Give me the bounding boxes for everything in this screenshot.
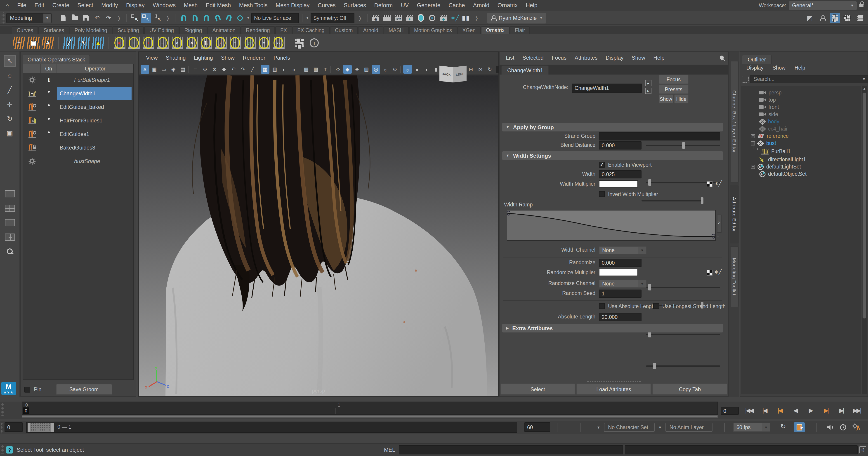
enable-toggle[interactable] <box>41 104 57 110</box>
chevron-down-icon[interactable]: ▼ <box>658 425 662 430</box>
pan-zoom-icon[interactable]: ↶ <box>229 65 238 74</box>
menubar-item[interactable]: Windows <box>149 2 180 8</box>
tab-attribute-editor[interactable]: Attribute Editor <box>730 185 739 243</box>
render-view-button[interactable]: ◉ <box>371 13 381 23</box>
time-slider[interactable]: 0 1 0 <box>22 401 718 415</box>
menubar-item[interactable]: Generate <box>413 2 444 8</box>
step-forward-key-button[interactable]: ▶| <box>818 404 834 416</box>
outliner-item-top[interactable]: top <box>741 96 861 103</box>
attribute-editor-menu-item[interactable]: Display <box>602 54 627 62</box>
home-icon[interactable]: ⌂ <box>3 2 12 9</box>
playblast-icon[interactable] <box>794 422 805 432</box>
shelf-tab[interactable]: Flair <box>510 26 530 34</box>
info-shelf-icon[interactable]: i <box>308 36 320 49</box>
range-slider-grip[interactable] <box>1 423 4 434</box>
outliner-item-default-object-set[interactable]: defaultObjectSet <box>741 170 861 177</box>
lock-camera-icon[interactable]: ⊙ <box>201 65 209 74</box>
shelf-tab[interactable]: Animation <box>207 26 240 34</box>
strand-group-field[interactable] <box>599 132 720 140</box>
sep[interactable] <box>188 66 190 73</box>
randomize-slider[interactable] <box>646 283 720 291</box>
wireframe-icon[interactable]: ◇ <box>334 65 342 74</box>
length-op-shelf-icon[interactable]: ⇅ <box>200 36 213 49</box>
bookmark-icon[interactable]: ◆ <box>220 65 228 74</box>
mel-command-input[interactable] <box>399 445 623 454</box>
paint-select-tool[interactable]: ╱ <box>4 84 16 96</box>
image-plane-icon[interactable]: ▨ <box>311 65 320 74</box>
current-frame-indicator[interactable]: 0 <box>23 408 29 414</box>
invert-width-multiplier-checkbox[interactable] <box>599 191 605 197</box>
tab-modeling-toolkit[interactable]: Modeling Toolkit <box>730 246 739 307</box>
delete-op-shelf-icon[interactable]: × <box>185 36 198 49</box>
tool-settings-toggle-icon[interactable] <box>843 13 852 23</box>
input-connection-icon[interactable]: ▸ <box>645 80 651 86</box>
width-channel-dropdown[interactable]: None▼ <box>599 246 647 254</box>
redo-button[interactable]: ↷ <box>103 13 114 23</box>
outliner-scrollbar[interactable]: ▲ <box>862 86 867 394</box>
scrollbar-thumb[interactable] <box>863 93 866 319</box>
help-icon[interactable]: ? <box>6 446 13 453</box>
width-ramp-graph[interactable] <box>507 210 716 241</box>
menubar-item[interactable]: Modify <box>97 2 122 8</box>
isolate-select-icon[interactable]: ▩ <box>302 65 311 74</box>
enable-toggle[interactable] <box>41 131 57 137</box>
default-lighting-icon[interactable]: ☼ <box>381 65 390 74</box>
rotate-tool[interactable]: ↻ <box>4 113 16 125</box>
shelf-tab[interactable]: Surfaces <box>39 26 69 34</box>
step-forward-frame-button[interactable]: ▶| <box>834 404 849 416</box>
menubar-item[interactable]: Mesh Display <box>272 2 314 8</box>
paint-effects-button[interactable]: ∗╱ <box>450 13 460 23</box>
ramp-collapse-icon[interactable]: – <box>717 233 719 238</box>
stack-row-editguides1[interactable]: EditGuides1 <box>23 127 133 141</box>
outliner-search-input[interactable] <box>750 75 868 83</box>
hypershade-button[interactable]: × <box>427 13 437 23</box>
shelf-tab[interactable]: Motion Graphics <box>409 26 457 34</box>
outliner-menu-item[interactable]: Display <box>743 65 767 71</box>
brush-guides-shelf-icon[interactable]: ∿ <box>77 36 90 49</box>
animation-end-field[interactable]: 60 <box>524 422 550 432</box>
paint-attribute-icon[interactable]: ∗╱ <box>715 180 721 187</box>
command-line-grip[interactable] <box>0 445 4 454</box>
go-to-start-button[interactable]: |◀◀ <box>741 404 757 416</box>
toolbar-expander-icon[interactable]: ❭ <box>356 15 364 21</box>
step-back-key-button[interactable]: |◀ <box>772 404 787 416</box>
camera-attributes-icon[interactable]: A <box>141 65 149 74</box>
mel-label[interactable]: MEL <box>384 447 399 453</box>
snap-to-grid-icon[interactable] <box>179 13 188 23</box>
outliner-item-body[interactable]: body <box>741 118 861 125</box>
outliner-item-directional-light[interactable]: directionalLight1 <box>741 156 861 163</box>
dotted-shaded-icon[interactable]: ◎ <box>372 65 380 74</box>
map-texture-icon[interactable] <box>707 181 712 187</box>
menubar-item[interactable]: Ornatrix <box>493 2 522 8</box>
node-name-field[interactable]: ChangeWidth1 <box>572 84 642 93</box>
ipr-render-button[interactable]: IPR <box>393 13 403 23</box>
make-live-icon[interactable] <box>235 13 245 23</box>
silhouette-icon[interactable]: ⊙ <box>391 65 399 74</box>
snap-to-view-plane-icon[interactable] <box>224 13 234 23</box>
step-back-frame-button[interactable]: |◀ <box>757 404 772 416</box>
load-attributes-button[interactable]: Load Attributes <box>577 384 651 395</box>
outliner-tab[interactable]: Outliner <box>742 55 772 64</box>
camera-settings-icon[interactable]: ⊛ <box>210 65 219 74</box>
output-connection-icon[interactable]: ▸ <box>645 88 651 94</box>
humanik-toggle-icon[interactable] <box>817 13 827 23</box>
select-object-mode-button[interactable]: ↖ <box>141 13 151 23</box>
play-forwards-button[interactable]: ▶ <box>803 404 818 416</box>
blend-distance-slider[interactable] <box>646 141 720 150</box>
backface-icon[interactable]: ◑ <box>289 65 298 74</box>
play-backwards-button[interactable]: ◀ <box>787 404 803 416</box>
expand-icon[interactable]: + <box>751 165 755 169</box>
animation-start-field[interactable]: 0 <box>4 422 23 432</box>
render-current-frame-button[interactable] <box>382 13 392 23</box>
tab-channel-box-layer-editor[interactable]: Channel Box / Layer Editor <box>730 61 739 183</box>
save-scene-button[interactable] <box>81 13 91 23</box>
focus-button[interactable]: Focus <box>659 74 688 84</box>
pin-panel-icon[interactable] <box>719 55 724 60</box>
outliner-item-persp[interactable]: persp <box>741 89 861 96</box>
animation-preferences-icon[interactable] <box>852 423 861 432</box>
sep[interactable] <box>299 66 301 73</box>
operator-stack-shelf-icon[interactable] <box>293 36 306 49</box>
sep[interactable] <box>258 66 260 73</box>
pause-viewport-button[interactable]: ▮▮ <box>461 13 471 23</box>
outliner-menu-item[interactable]: Show <box>769 65 789 71</box>
